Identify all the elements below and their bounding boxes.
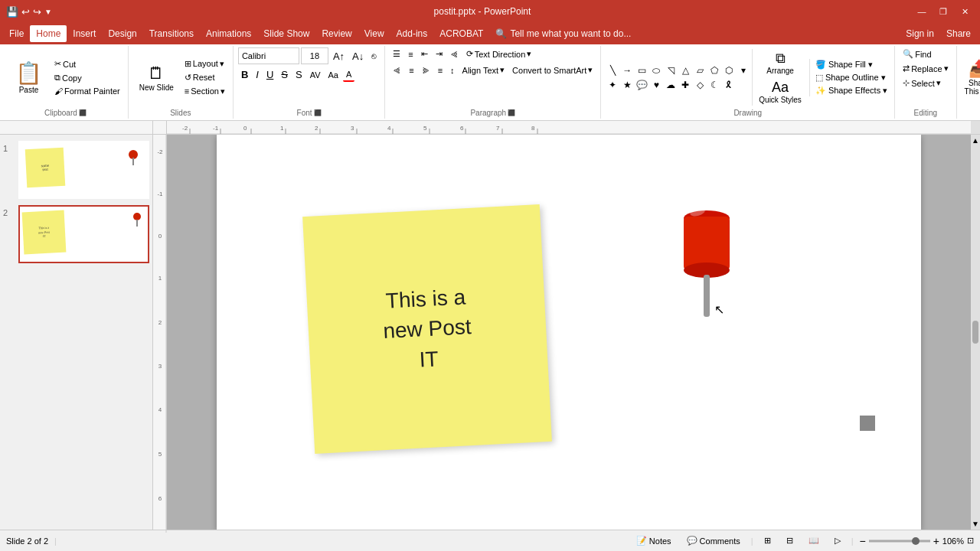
- line-spacing-button[interactable]: ↕: [447, 64, 458, 77]
- find-button[interactable]: 🔍 Find: [900, 47, 934, 60]
- menu-design[interactable]: Design: [102, 25, 142, 42]
- window-controls[interactable]: — ❐ ✕: [913, 5, 974, 18]
- fit-slide-icon[interactable]: ⊡: [967, 536, 974, 546]
- pushpin-shape[interactable]: [676, 195, 737, 335]
- layout-button[interactable]: ⊞ Layout ▾: [181, 57, 228, 70]
- increase-font-button[interactable]: A↑: [330, 49, 348, 64]
- shape-cross[interactable]: ✚: [678, 78, 692, 92]
- font-size-input[interactable]: [301, 47, 328, 64]
- shape-isoc-triangle[interactable]: △: [678, 64, 692, 77]
- zoom-slider-container[interactable]: − + 106% ⊡: [859, 535, 974, 547]
- shape-parallelogram[interactable]: ▱: [693, 64, 707, 77]
- bold-button[interactable]: B: [238, 67, 251, 82]
- share-button[interactable]: 📤 ShareThis File: [962, 57, 980, 97]
- shape-diamond[interactable]: ◇: [693, 78, 707, 92]
- shape-moon[interactable]: ☾: [707, 78, 721, 92]
- undo-icon[interactable]: ↩: [21, 6, 30, 18]
- italic-button[interactable]: I: [253, 67, 262, 82]
- menu-insert[interactable]: Insert: [67, 25, 102, 42]
- view-slideshow-button[interactable]: ▷: [830, 534, 845, 547]
- justify-button[interactable]: ≡: [435, 64, 446, 77]
- shape-ribbon[interactable]: 🎗: [722, 78, 736, 92]
- decrease-font-button[interactable]: A↓: [349, 49, 367, 64]
- view-reading-button[interactable]: 📖: [804, 534, 824, 547]
- clipboard-expand-icon[interactable]: ⬛: [79, 109, 87, 116]
- canvas-area[interactable]: This is anew PostIT: [167, 135, 971, 530]
- slide-canvas[interactable]: This is anew PostIT: [217, 135, 921, 530]
- shape-rect[interactable]: ▭: [635, 64, 648, 77]
- shape-star4[interactable]: ✦: [606, 78, 619, 92]
- text-shadow-button[interactable]: S: [292, 67, 305, 82]
- notes-button[interactable]: 📝 Notes: [632, 534, 676, 547]
- shape-callout[interactable]: 💬: [635, 78, 648, 92]
- undo-arrow-icon[interactable]: ↪: [33, 6, 41, 18]
- spacing-button[interactable]: AV: [307, 69, 324, 81]
- menu-view[interactable]: View: [358, 25, 390, 42]
- menu-animations[interactable]: Animations: [200, 25, 257, 42]
- minimize-button[interactable]: —: [913, 5, 931, 18]
- clear-format-button[interactable]: ⎋: [368, 50, 380, 62]
- slide-panel[interactable]: 1 sometext: [0, 135, 153, 530]
- font-color-button[interactable]: A: [343, 68, 354, 82]
- replace-button[interactable]: ⇄ Replace ▾: [900, 62, 951, 75]
- shape-star5[interactable]: ★: [620, 78, 634, 92]
- zoom-thumb[interactable]: [912, 537, 920, 545]
- slide-1-thumbnail[interactable]: 1 sometext: [3, 141, 149, 199]
- shape-heart[interactable]: ♥: [649, 78, 663, 92]
- scroll-down-button[interactable]: ▼: [972, 520, 979, 528]
- save-icon[interactable]: 💾: [6, 6, 18, 18]
- menu-review[interactable]: Review: [315, 25, 358, 42]
- zoom-in-icon[interactable]: +: [933, 535, 939, 547]
- slide-1-preview[interactable]: sometext: [18, 141, 149, 199]
- shape-pentagon[interactable]: ⬠: [707, 64, 721, 77]
- shape-oval[interactable]: ⬭: [649, 64, 663, 77]
- close-button[interactable]: ✕: [956, 5, 974, 18]
- menu-addins[interactable]: Add-ins: [390, 25, 434, 42]
- menu-slideshow[interactable]: Slide Show: [257, 25, 315, 42]
- decrease-indent-button[interactable]: ⇤: [418, 47, 431, 60]
- postit-shape[interactable]: This is anew PostIT: [302, 204, 552, 454]
- zoom-out-icon[interactable]: −: [859, 535, 865, 547]
- shapes-more[interactable]: ▾: [737, 64, 750, 77]
- slide-2-thumbnail[interactable]: 2 This is anew PostIT: [3, 205, 149, 263]
- smartart-button[interactable]: Convert to SmartArt ▾: [509, 64, 596, 77]
- align-center-button[interactable]: ≡: [406, 64, 416, 77]
- small-square-shape[interactable]: [860, 416, 875, 431]
- cut-button[interactable]: ✂ Cut: [51, 57, 123, 70]
- select-button[interactable]: ⊹ Select ▾: [900, 77, 944, 90]
- quick-styles-button[interactable]: Aa Quick Styles: [756, 78, 805, 106]
- font-name-input[interactable]: [238, 47, 299, 64]
- shape-cloud[interactable]: ☁: [664, 78, 678, 92]
- font-expand-icon[interactable]: ⬛: [314, 109, 322, 116]
- arrange-button[interactable]: ⧉ Arrange: [756, 49, 805, 77]
- align-text-button[interactable]: Align Text ▾: [459, 64, 508, 77]
- view-slide-sorter-button[interactable]: ⊟: [782, 534, 798, 547]
- title-bar-left[interactable]: 💾 ↩ ↪ ▼: [6, 6, 52, 18]
- underline-button[interactable]: U: [263, 67, 276, 82]
- postit-text[interactable]: This is anew PostIT: [381, 282, 473, 376]
- zoom-slider[interactable]: [869, 540, 930, 543]
- format-painter-button[interactable]: 🖌 Format Painter: [51, 85, 123, 97]
- section-button[interactable]: ≡ Section ▾: [181, 85, 228, 98]
- bullets-button[interactable]: ☰: [390, 47, 403, 60]
- restore-button[interactable]: ❐: [934, 5, 952, 18]
- align-left-button[interactable]: ⫷: [390, 64, 404, 77]
- customize-icon[interactable]: ▼: [44, 8, 52, 16]
- view-normal-button[interactable]: ⊞: [760, 534, 776, 547]
- menu-acrobat[interactable]: ACROBAT: [433, 25, 489, 42]
- scroll-thumb[interactable]: [972, 321, 978, 344]
- share-header-button[interactable]: Share: [940, 25, 977, 42]
- new-slide-button[interactable]: 🗒 New Slide: [133, 62, 180, 93]
- reset-button[interactable]: ↺ Reset: [181, 71, 228, 84]
- scroll-up-button[interactable]: ▲: [972, 136, 979, 145]
- strikethrough-button[interactable]: S: [278, 67, 291, 82]
- numbered-list-button[interactable]: ≡: [405, 48, 416, 60]
- font-case-button[interactable]: Aa: [325, 69, 341, 81]
- shape-line[interactable]: ╲: [606, 64, 619, 77]
- shape-rt-triangle[interactable]: ◹: [664, 64, 678, 77]
- align-right-button[interactable]: ⫸: [419, 64, 433, 77]
- slide-2-preview[interactable]: This is anew PostIT: [18, 205, 149, 263]
- shape-outline-button[interactable]: ⬚ Shape Outline ▾: [813, 72, 890, 83]
- shape-fill-button[interactable]: 🪣 Shape Fill ▾: [813, 59, 890, 70]
- copy-button[interactable]: ⧉ Copy: [51, 71, 123, 84]
